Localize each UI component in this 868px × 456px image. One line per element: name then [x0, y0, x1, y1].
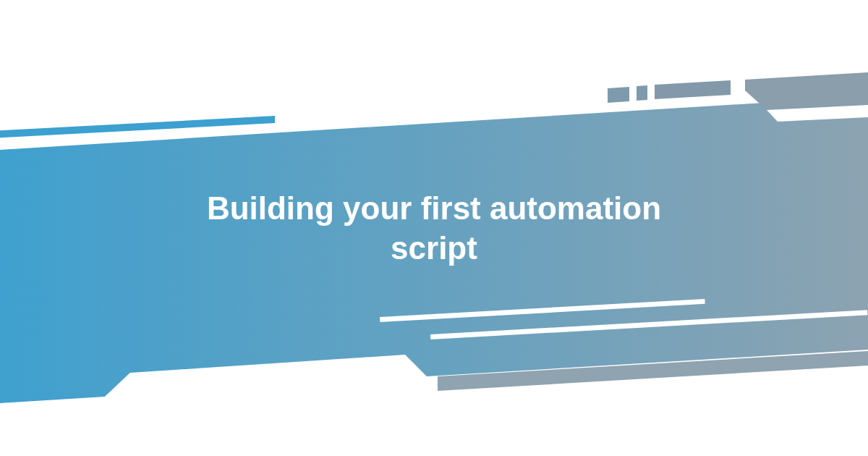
svg-marker-4 [655, 80, 731, 99]
svg-marker-5 [745, 72, 868, 110]
banner-title: Building your first automation script [181, 188, 687, 268]
hero-banner: Building your first automation script [0, 0, 868, 456]
svg-marker-2 [608, 87, 629, 103]
svg-marker-3 [637, 85, 647, 101]
